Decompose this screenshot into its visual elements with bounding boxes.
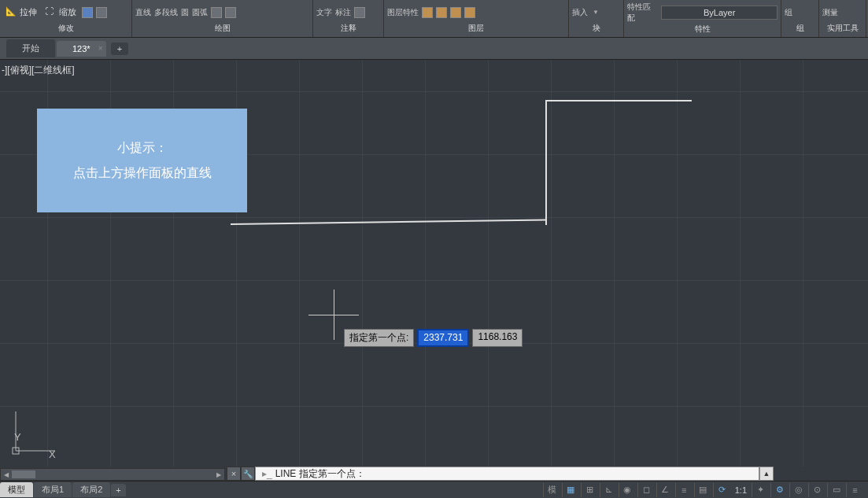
scale-display[interactable]: 1:1	[732, 485, 750, 495]
command-line: × 🔧 ▸_LINE 指定第一个点： ▲	[227, 467, 774, 481]
layer-icon2[interactable]	[436, 7, 447, 18]
arc-label: 圆弧	[192, 7, 208, 18]
customize-toggle[interactable]: ≡	[846, 483, 863, 497]
dim-label: 标注	[335, 7, 351, 18]
layer-icon4[interactable]	[464, 7, 475, 18]
array-icon[interactable]	[82, 7, 93, 18]
insert-label[interactable]: 插入	[572, 7, 588, 18]
panel-group-label: 组	[785, 23, 815, 35]
modify-icon[interactable]	[96, 7, 107, 18]
close-icon[interactable]: ×	[98, 44, 103, 53]
h-scrollbar[interactable]: ◀ ▶	[0, 468, 225, 481]
workspace-toggle[interactable]: ⚙	[770, 483, 788, 497]
panel-annotate: 文字 标注 注释	[313, 0, 384, 37]
panel-util-label: 实用工具	[822, 23, 862, 35]
viewport-label[interactable]: -][俯视][二维线框]	[2, 64, 75, 77]
panel-props: 特性匹配 ByLayer 特性	[624, 0, 781, 37]
ortho-toggle[interactable]: ⊾	[600, 483, 617, 497]
circle-label: 圆	[181, 7, 189, 18]
snap-toggle[interactable]: ⊞	[581, 483, 598, 497]
panel-group: 组 组	[781, 0, 819, 37]
draw-icon2[interactable]	[225, 7, 236, 18]
file-tabs: 开始 123*× +	[0, 38, 868, 60]
panel-block-label: 块	[572, 23, 620, 35]
anno-toggle[interactable]: ✦	[752, 483, 769, 497]
dynamic-input: 指定第一个点: 2337.731 1168.163	[344, 329, 523, 347]
osnap-toggle[interactable]: ◻	[637, 483, 655, 497]
hint-body: 点击上方操作面板的直线	[73, 160, 212, 186]
panel-modify-label: 修改	[3, 23, 128, 35]
scale-icon: ⛶	[45, 6, 57, 19]
line-segment	[231, 219, 547, 225]
panel-modify: 📐拉伸 ⛶缩放 修改	[0, 0, 132, 37]
ucs-x-label: X	[49, 448, 56, 460]
cmdline-config-button[interactable]: 🔧	[241, 467, 255, 481]
statusbar: 模型 布局1 布局2 + 模 ▦ ⊞ ⊾ ◉ ◻ ∠ ≡ ▤ ⟳ 1:1 ✦ ⚙…	[0, 481, 868, 498]
hint-box: 小提示： 点击上方操作面板的直线	[37, 109, 247, 212]
hint-title: 小提示：	[117, 135, 168, 160]
layer-icon1[interactable]	[422, 7, 433, 18]
panel-block: 插入 ▼ 块	[569, 0, 624, 37]
ribbon: 📐拉伸 ⛶缩放 修改 直线 多段线 圆 圆弧 绘图 文字 标注 注释 图层特性	[0, 0, 868, 38]
grid-toggle[interactable]: ▦	[562, 483, 579, 497]
transparency-toggle[interactable]: ▤	[694, 483, 711, 497]
stretch-button[interactable]: 📐拉伸	[3, 6, 39, 20]
ucs-y-label: Y	[14, 431, 21, 443]
matchprops-label[interactable]: 特性匹配	[627, 2, 658, 24]
track-toggle[interactable]: ∠	[656, 483, 674, 497]
cycling-toggle[interactable]: ⟳	[713, 483, 730, 497]
command-input[interactable]: ▸_LINE 指定第一个点：	[255, 467, 759, 481]
panel-annotate-label: 注释	[316, 23, 380, 35]
status-toggles: 模 ▦ ⊞ ⊾ ◉ ◻ ∠ ≡ ▤ ⟳ 1:1 ✦ ⚙ ◎ ⊙ ▭ ≡	[543, 483, 868, 497]
group-label[interactable]: 组	[785, 7, 792, 18]
lwt-toggle[interactable]: ≡	[675, 483, 693, 497]
dyn-y-field[interactable]: 1168.163	[472, 329, 523, 347]
polyline-label: 多段线	[154, 7, 178, 18]
layer-icon3[interactable]	[450, 7, 461, 18]
isolate-toggle[interactable]: ◎	[789, 483, 807, 497]
wrench-icon: 🔧	[243, 470, 253, 478]
draw-icon1[interactable]	[211, 7, 222, 18]
layout-add[interactable]: +	[111, 484, 125, 496]
panel-draw: 直线 多段线 圆 圆弧 绘图	[132, 0, 313, 37]
hardware-toggle[interactable]: ⊙	[808, 483, 826, 497]
layout-model[interactable]: 模型	[0, 482, 33, 497]
scroll-left-icon[interactable]: ◀	[1, 469, 12, 480]
line-segment	[545, 100, 692, 101]
panel-layer: 图层特性 图层	[384, 0, 569, 37]
cmdline-expand-button[interactable]: ▲	[759, 467, 774, 481]
polar-toggle[interactable]: ◉	[619, 483, 636, 497]
tab-add-button[interactable]: +	[111, 42, 128, 55]
cleanscreen-toggle[interactable]: ▭	[827, 483, 844, 497]
layout-2[interactable]: 布局2	[72, 482, 110, 497]
line-segment	[545, 100, 547, 225]
tab-doc[interactable]: 123*×	[57, 41, 106, 57]
chevron-down-icon[interactable]: ▼	[593, 9, 599, 16]
dyn-prompt: 指定第一个点:	[344, 329, 414, 347]
prompt-icon: ▸_	[262, 468, 272, 479]
layout-1[interactable]: 布局1	[34, 482, 72, 497]
bylayer-combo[interactable]: ByLayer	[661, 6, 778, 20]
measure-label[interactable]: 测量	[822, 7, 838, 18]
panel-draw-label: 绘图	[135, 23, 309, 35]
scrollbar-thumb[interactable]	[12, 470, 35, 478]
panel-layer-label: 图层	[387, 23, 565, 35]
panel-util: 测量 实用工具	[819, 0, 866, 37]
crosshair-v	[334, 290, 334, 340]
layerprops-label: 图层特性	[387, 7, 419, 18]
line-label: 直线	[135, 7, 151, 18]
stretch-icon: 📐	[6, 6, 18, 19]
text-label: 文字	[316, 7, 332, 18]
panel-props-label: 特性	[627, 24, 778, 36]
table-icon[interactable]	[354, 7, 365, 18]
model-toggle[interactable]: 模	[543, 483, 560, 497]
scroll-right-icon[interactable]: ▶	[213, 469, 224, 480]
cmdline-close-button[interactable]: ×	[227, 467, 241, 481]
scale-button[interactable]: ⛶缩放	[42, 6, 79, 20]
drawing-canvas[interactable]: -][俯视][二维线框] 小提示： 点击上方操作面板的直线 指定第一个点: 23…	[0, 60, 868, 467]
tab-start[interactable]: 开始	[6, 39, 55, 57]
dyn-x-field[interactable]: 2337.731	[417, 329, 469, 347]
